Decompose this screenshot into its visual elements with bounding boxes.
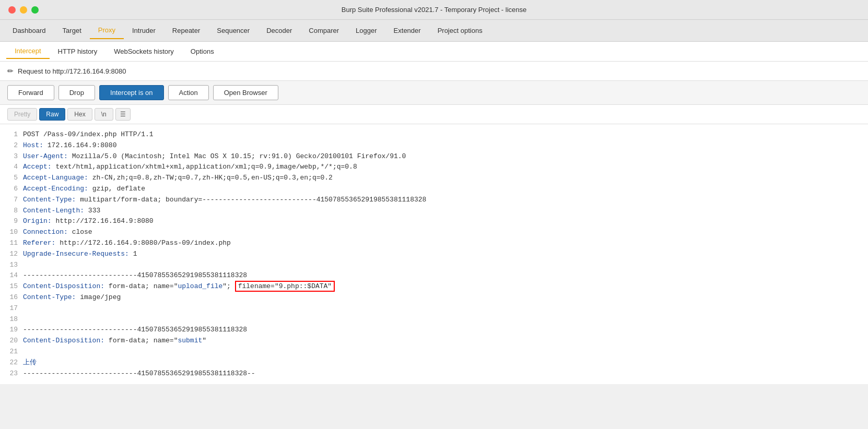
tab-intruder[interactable]: Intruder xyxy=(124,22,164,39)
action-bar: Forward Drop Intercept is on Action Open… xyxy=(0,81,868,105)
line-3: 3 User-Agent: Mozilla/5.0 (Macintosh; In… xyxy=(7,151,861,162)
action-button[interactable]: Action xyxy=(168,85,209,100)
tab-extender[interactable]: Extender xyxy=(385,22,429,39)
view-tab-newline[interactable]: \n xyxy=(95,108,113,121)
close-button[interactable] xyxy=(8,6,16,14)
tab-decoder[interactable]: Decoder xyxy=(258,22,300,39)
line-7: 7 Content-Type: multipart/form-data; bou… xyxy=(7,195,861,206)
code-area[interactable]: 1 POST /Pass-09/index.php HTTP/1.1 2 Hos… xyxy=(0,124,868,384)
request-bar: ✏ Request to http://172.16.164.9:8080 xyxy=(0,62,868,81)
line-16: 16 Content-Type: image/jpeg xyxy=(7,292,861,303)
view-tab-raw[interactable]: Raw xyxy=(39,108,65,121)
line-6: 6 Accept-Encoding: gzip, deflate xyxy=(7,184,861,195)
title-bar: Burp Suite Professional v2021.7 - Tempor… xyxy=(0,0,868,20)
line-22: 22 上传 xyxy=(7,358,861,368)
tab-proxy[interactable]: Proxy xyxy=(90,22,124,39)
subtab-http-history[interactable]: HTTP history xyxy=(50,44,106,58)
line-4: 4 Accept: text/html,application/xhtml+xm… xyxy=(7,162,861,173)
tab-target[interactable]: Target xyxy=(54,22,90,39)
line-15: 15 Content-Disposition: form-data; name=… xyxy=(7,281,861,292)
main-tabs: Dashboard Target Proxy Intruder Repeater… xyxy=(0,20,868,42)
subtab-websockets[interactable]: WebSockets history xyxy=(105,44,182,58)
line-18: 18 xyxy=(7,314,861,325)
line-1: 1 POST /Pass-09/index.php HTTP/1.1 xyxy=(7,129,861,140)
subtab-options[interactable]: Options xyxy=(182,44,222,58)
minimize-button[interactable] xyxy=(20,6,27,14)
open-browser-button[interactable]: Open Browser xyxy=(213,85,278,100)
line-13: 13 xyxy=(7,260,861,271)
maximize-button[interactable] xyxy=(31,6,39,14)
tab-project-options[interactable]: Project options xyxy=(429,22,491,39)
intercept-toggle-button[interactable]: Intercept is on xyxy=(99,85,164,100)
line-9: 9 Origin: http://172.16.164.9:8080 xyxy=(7,216,861,227)
window-controls xyxy=(8,6,39,14)
view-tabs: Pretty Raw Hex \n ☰ xyxy=(0,105,868,124)
request-url: Request to http://172.16.164.9:8080 xyxy=(18,67,126,75)
sub-tabs: Intercept HTTP history WebSockets histor… xyxy=(0,42,868,62)
subtab-intercept[interactable]: Intercept xyxy=(6,44,50,59)
view-menu-icon[interactable]: ☰ xyxy=(115,108,131,121)
view-tab-hex[interactable]: Hex xyxy=(67,108,92,121)
line-19: 19 ----------------------------415078553… xyxy=(7,325,861,336)
tab-repeater[interactable]: Repeater xyxy=(164,22,208,39)
tab-logger[interactable]: Logger xyxy=(347,22,385,39)
line-8: 8 Content-Length: 333 xyxy=(7,206,861,217)
line-2: 2 Host: 172.16.164.9:8080 xyxy=(7,140,861,151)
line-17: 17 xyxy=(7,303,861,314)
window-title: Burp Suite Professional v2021.7 - Tempor… xyxy=(342,6,527,14)
line-12: 12 Upgrade-Insecure-Requests: 1 xyxy=(7,249,861,260)
tab-sequencer[interactable]: Sequencer xyxy=(208,22,258,39)
forward-button[interactable]: Forward xyxy=(7,85,54,100)
line-5: 5 Accept-Language: zh-CN,zh;q=0.8,zh-TW;… xyxy=(7,173,861,184)
line-20: 20 Content-Disposition: form-data; name=… xyxy=(7,336,861,347)
view-tab-pretty[interactable]: Pretty xyxy=(7,108,37,121)
line-10: 10 Connection: close xyxy=(7,227,861,238)
line-21: 21 xyxy=(7,347,861,358)
pencil-icon: ✏ xyxy=(7,67,14,75)
tab-dashboard[interactable]: Dashboard xyxy=(4,22,54,39)
drop-button[interactable]: Drop xyxy=(58,85,95,100)
line-23: 23 ----------------------------415078553… xyxy=(7,368,861,379)
line-14: 14 ----------------------------415078553… xyxy=(7,270,861,281)
line-11: 11 Referer: http://172.16.164.9:8080/Pas… xyxy=(7,238,861,249)
tab-comparer[interactable]: Comparer xyxy=(300,22,347,39)
